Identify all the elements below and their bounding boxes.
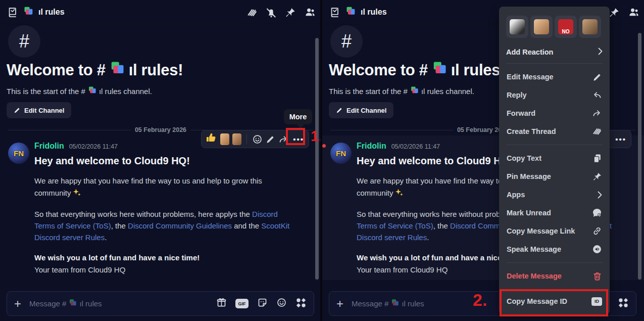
menu-item-pin-message[interactable]: Pin Message xyxy=(506,167,603,186)
edit-channel-button[interactable]: Edit Channel xyxy=(7,102,71,118)
face-emoji-reaction[interactable] xyxy=(232,133,241,145)
link-icon xyxy=(592,226,602,236)
threads-icon xyxy=(592,126,602,136)
menu-item-copy-text[interactable]: Copy Text xyxy=(506,149,603,167)
channel-emoji-icon xyxy=(432,61,447,80)
edit-icon[interactable] xyxy=(266,134,275,144)
message-context-menu: NO Add Reaction Edit Message Reply Forwa… xyxy=(499,7,610,314)
quick-reaction-panda-emoji[interactable] xyxy=(506,16,528,38)
mark-unread-icon xyxy=(592,208,602,218)
unread-indicator xyxy=(322,144,326,148)
menu-item-create-thread[interactable]: Create Thread xyxy=(506,122,603,141)
activities-icon[interactable] xyxy=(295,297,307,310)
sparkles-emoji xyxy=(72,188,81,201)
welcome-title: Welcome to # ıl rules! xyxy=(7,61,183,80)
message-timestamp: 05/02/2026 11:47 xyxy=(391,143,440,150)
message-heading: Hey and welcome to Cloud9 HQ! xyxy=(357,155,512,167)
menu-divider xyxy=(506,63,603,64)
pin-icon[interactable] xyxy=(285,7,296,18)
copy-icon xyxy=(592,154,602,163)
chevron-right-icon xyxy=(598,191,602,199)
menu-item-copy-message-link[interactable]: Copy Message Link xyxy=(506,222,603,240)
message-closing: Your team from Cloud9 HQ xyxy=(357,265,448,274)
menu-item-reply[interactable]: Reply xyxy=(506,86,603,104)
channel-emoji-icon xyxy=(110,61,125,80)
speak-icon xyxy=(592,244,602,254)
channel-emoji-icon xyxy=(391,299,399,308)
chevron-right-icon xyxy=(598,48,603,57)
face-emoji-reaction[interactable] xyxy=(220,133,229,145)
sticker-icon[interactable] xyxy=(257,297,268,310)
pencil-icon xyxy=(592,72,602,82)
scrollbar[interactable] xyxy=(638,33,641,280)
gif-picker-icon[interactable]: GIF xyxy=(235,299,249,308)
channel-emoji-icon xyxy=(88,86,96,96)
channel-emoji-icon xyxy=(410,86,419,96)
quick-reaction-woman-emoji[interactable] xyxy=(579,16,601,38)
guidelines-link[interactable]: Discord Community Guidelines xyxy=(128,221,232,230)
message-paragraph: So that everything works here without pr… xyxy=(34,208,295,243)
attach-plus-icon[interactable]: + xyxy=(336,297,352,311)
quick-reaction-harold-emoji[interactable] xyxy=(530,16,553,38)
welcome-subtitle: This is the start of the # ıl rules chan… xyxy=(7,86,152,96)
scrollbar[interactable] xyxy=(315,38,319,280)
rules-book-icon xyxy=(329,7,340,18)
gift-icon[interactable] xyxy=(216,297,227,310)
avatar[interactable]: FN xyxy=(8,143,29,164)
threads-icon[interactable] xyxy=(246,7,258,18)
channel-name: ıl rules xyxy=(38,8,65,17)
menu-item-delete-message[interactable]: Delete Message xyxy=(506,267,603,285)
harold-face-emoji xyxy=(534,19,549,34)
menu-item-add-reaction[interactable]: Add Reaction xyxy=(506,45,603,59)
welcome-title: Welcome to # ıl rules! xyxy=(329,61,505,80)
more-button[interactable]: ••• xyxy=(614,135,627,144)
pencil-icon xyxy=(336,107,343,114)
message-closing-bold: We wish you a lot of fun and have a nice… xyxy=(34,253,200,262)
message-closing: Your team from Cloud9 HQ xyxy=(34,265,125,274)
annotation-box-step2 xyxy=(500,289,608,316)
activities-icon[interactable] xyxy=(618,297,629,310)
trash-icon xyxy=(592,271,602,281)
channel-hash-avatar: # xyxy=(8,25,40,58)
channel-name: ıl rules xyxy=(361,8,387,17)
discord-window-left: ıl rules # Welcome to # ıl rules! This i… xyxy=(0,0,320,321)
emoji-picker-icon[interactable] xyxy=(276,297,287,310)
members-icon[interactable] xyxy=(628,7,639,18)
channel-emoji-icon xyxy=(23,6,33,18)
message-author[interactable]: Fridolin xyxy=(34,142,64,151)
annotation-step2: 2. xyxy=(473,290,487,310)
menu-item-apps[interactable]: Apps xyxy=(506,186,603,204)
menu-divider xyxy=(506,145,603,145)
annotation-box-step1 xyxy=(286,128,305,145)
members-icon[interactable] xyxy=(304,7,316,18)
sparkles-emoji xyxy=(394,188,404,201)
channel-emoji-icon xyxy=(69,299,77,308)
notifications-off-icon[interactable] xyxy=(266,7,277,18)
message-paragraph: We are happy that you have find the way … xyxy=(34,175,272,201)
input-placeholder: Message # ıl rules xyxy=(29,299,102,308)
input-placeholder: Message # ıl rules xyxy=(352,299,424,308)
panda-emoji xyxy=(510,19,525,34)
avatar[interactable]: FN xyxy=(330,143,352,164)
more-tooltip: More xyxy=(284,109,312,124)
menu-item-speak-message[interactable]: Speak Message xyxy=(506,240,603,258)
annotation-step1: 1. xyxy=(311,128,320,145)
pin-icon xyxy=(592,172,602,181)
pin-icon[interactable] xyxy=(609,7,620,18)
message-timestamp: 05/02/2026 11:47 xyxy=(69,143,118,150)
menu-item-forward[interactable]: Forward xyxy=(506,104,603,122)
message-author[interactable]: Fridolin xyxy=(357,142,386,151)
channel-hash-avatar: # xyxy=(330,25,363,58)
menu-item-edit-message[interactable]: Edit Message xyxy=(506,68,603,86)
forward-icon xyxy=(592,108,602,118)
woman-face-emoji xyxy=(582,19,598,34)
menu-item-mark-unread[interactable]: Mark Unread xyxy=(506,204,603,222)
add-reaction-icon[interactable] xyxy=(252,134,263,145)
edit-channel-button[interactable]: Edit Channel xyxy=(329,102,393,118)
quick-reaction-no-emoji[interactable]: NO xyxy=(555,16,577,38)
message-input[interactable]: + Message # ıl rules GIF xyxy=(7,291,314,316)
reply-icon xyxy=(592,90,602,100)
pencil-icon xyxy=(14,107,21,114)
thumbs-up-reaction[interactable] xyxy=(205,132,217,146)
attach-plus-icon[interactable]: + xyxy=(14,297,29,311)
